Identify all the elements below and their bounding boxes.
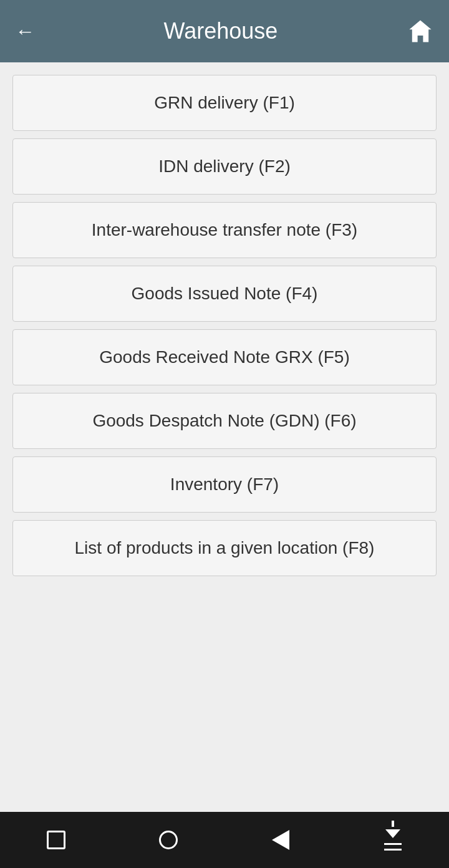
inter-warehouse-transfer-button[interactable]: Inter-warehouse transfer note (F3) xyxy=(12,202,437,258)
goods-received-note-grx-button[interactable]: Goods Received Note GRX (F5) xyxy=(12,329,437,385)
grn-delivery-label: GRN delivery (F1) xyxy=(154,93,295,113)
main-content: GRN delivery (F1) IDN delivery (F2) Inte… xyxy=(0,62,449,812)
goods-issued-note-label: Goods Issued Note (F4) xyxy=(132,284,318,304)
back-arrow-icon: ← xyxy=(15,20,35,43)
goods-received-note-grx-label: Goods Received Note GRX (F5) xyxy=(99,347,350,367)
back-button[interactable]: ← xyxy=(15,20,35,43)
idn-delivery-label: IDN delivery (F2) xyxy=(158,157,291,176)
goods-despatch-note-label: Goods Despatch Note (GDN) (F6) xyxy=(92,411,356,431)
nav-back-icon xyxy=(272,830,289,850)
nav-home-button[interactable] xyxy=(150,821,187,859)
nav-home-icon xyxy=(159,831,178,849)
inventory-button[interactable]: Inventory (F7) xyxy=(12,456,437,513)
goods-despatch-note-button[interactable]: Goods Despatch Note (GDN) (F6) xyxy=(12,393,437,449)
home-button[interactable] xyxy=(407,17,434,45)
download-icon xyxy=(384,829,402,851)
list-products-location-button[interactable]: List of products in a given location (F8… xyxy=(12,520,437,576)
nav-back-button[interactable] xyxy=(262,821,299,859)
app-header: ← Warehouse xyxy=(0,0,449,62)
home-icon xyxy=(407,17,434,45)
grn-delivery-button[interactable]: GRN delivery (F1) xyxy=(12,75,437,131)
nav-download-button[interactable] xyxy=(374,821,412,859)
page-title: Warehouse xyxy=(35,18,407,44)
list-products-location-label: List of products in a given location (F8… xyxy=(75,538,375,558)
nav-recent-apps-button[interactable] xyxy=(37,821,75,859)
inventory-label: Inventory (F7) xyxy=(170,475,279,494)
idn-delivery-button[interactable]: IDN delivery (F2) xyxy=(12,138,437,195)
inter-warehouse-transfer-label: Inter-warehouse transfer note (F3) xyxy=(92,220,357,240)
bottom-nav xyxy=(0,812,449,868)
goods-issued-note-button[interactable]: Goods Issued Note (F4) xyxy=(12,266,437,322)
recent-apps-icon xyxy=(47,831,65,849)
